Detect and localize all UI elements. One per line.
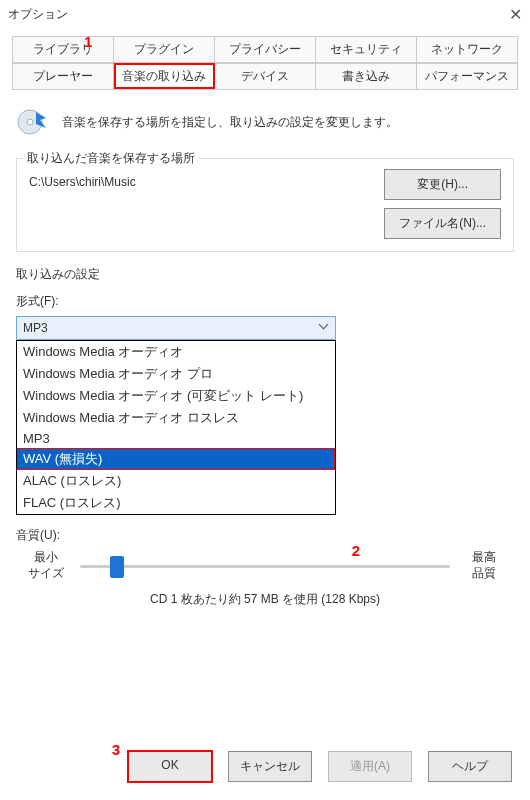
- slider-min-l2: サイズ: [22, 566, 70, 582]
- tab-rip-music[interactable]: 音楽の取り込み: [114, 63, 215, 89]
- tab-devices[interactable]: デバイス: [215, 63, 316, 89]
- slider-min-label: 最小 サイズ: [22, 550, 70, 581]
- window-title: オプション: [8, 6, 509, 23]
- save-path-text: C:\Users\chiri\Music: [29, 169, 374, 189]
- format-option[interactable]: ALAC (ロスレス): [17, 470, 335, 492]
- header-description: 音楽を保存する場所を指定し、取り込みの設定を変更します。: [62, 114, 398, 131]
- tab-body: 2 音楽を保存する場所を指定し、取り込みの設定を変更します。 取り込んだ音楽を保…: [0, 90, 530, 737]
- save-location-group: 取り込んだ音楽を保存する場所 C:\Users\chiri\Music 変更(H…: [16, 158, 514, 252]
- apply-button[interactable]: 適用(A): [328, 751, 412, 782]
- cd-rip-icon: [16, 104, 52, 140]
- format-combo[interactable]: MP3: [16, 316, 336, 340]
- dialog-footer: 3 OK キャンセル 適用(A) ヘルプ: [0, 737, 530, 800]
- annotation-marker-1: 1: [84, 33, 92, 50]
- tab-row-2: プレーヤー 音楽の取り込み デバイス 書き込み パフォーマンス: [12, 63, 518, 90]
- format-label: 形式(F):: [16, 293, 514, 310]
- save-location-title: 取り込んだ音楽を保存する場所: [23, 150, 199, 167]
- slider-rail: [80, 565, 450, 568]
- format-option[interactable]: Windows Media オーディオ プロ: [17, 363, 335, 385]
- slider-thumb[interactable]: [110, 556, 124, 578]
- slider-max-label: 最高 品質: [460, 550, 508, 581]
- filename-button[interactable]: ファイル名(N)...: [384, 208, 501, 239]
- format-dropdown: Windows Media オーディオ Windows Media オーディオ …: [16, 340, 336, 515]
- format-option[interactable]: Windows Media オーディオ: [17, 341, 335, 363]
- size-estimate: CD 1 枚あたり約 57 MB を使用 (128 Kbps): [16, 591, 514, 608]
- format-combo-value: MP3: [16, 316, 336, 340]
- slider-min-l1: 最小: [22, 550, 70, 566]
- quality-slider-row: 最小 サイズ 最高 品質: [22, 550, 508, 581]
- ok-button[interactable]: OK: [128, 751, 212, 782]
- quality-slider[interactable]: [80, 554, 450, 578]
- format-option[interactable]: Windows Media オーディオ (可変ビット レート): [17, 385, 335, 407]
- rip-settings-title: 取り込みの設定: [16, 266, 514, 283]
- tab-privacy[interactable]: プライバシー: [215, 36, 316, 62]
- tabs-region: 1 ライブラリ プラグイン プライバシー セキュリティ ネットワーク プレーヤー…: [0, 28, 530, 90]
- cancel-button[interactable]: キャンセル: [228, 751, 312, 782]
- header-row: 音楽を保存する場所を指定し、取り込みの設定を変更します。: [16, 104, 514, 140]
- change-button[interactable]: 変更(H)...: [384, 169, 501, 200]
- tab-library[interactable]: ライブラリ: [12, 36, 114, 62]
- titlebar: オプション ✕: [0, 0, 530, 28]
- format-option[interactable]: FLAC (ロスレス): [17, 492, 335, 514]
- format-option[interactable]: MP3: [17, 429, 335, 448]
- quality-label: 音質(U):: [16, 527, 514, 544]
- tab-network[interactable]: ネットワーク: [417, 36, 518, 62]
- tab-performance[interactable]: パフォーマンス: [417, 63, 518, 89]
- help-button[interactable]: ヘルプ: [428, 751, 512, 782]
- annotation-marker-3: 3: [112, 741, 120, 758]
- tab-burn[interactable]: 書き込み: [316, 63, 417, 89]
- svg-point-1: [27, 119, 33, 125]
- chevron-down-icon: [320, 321, 330, 331]
- close-icon[interactable]: ✕: [509, 5, 522, 24]
- tab-plugins[interactable]: プラグイン: [114, 36, 215, 62]
- slider-max-l1: 最高: [460, 550, 508, 566]
- tab-security[interactable]: セキュリティ: [316, 36, 417, 62]
- format-option[interactable]: Windows Media オーディオ ロスレス: [17, 407, 335, 429]
- format-option-selected[interactable]: WAV (無損失): [17, 448, 335, 470]
- tab-player[interactable]: プレーヤー: [12, 63, 114, 89]
- rip-settings-section: 取り込みの設定 形式(F): MP3 Windows Media オーディオ W…: [16, 266, 514, 608]
- slider-max-l2: 品質: [460, 566, 508, 582]
